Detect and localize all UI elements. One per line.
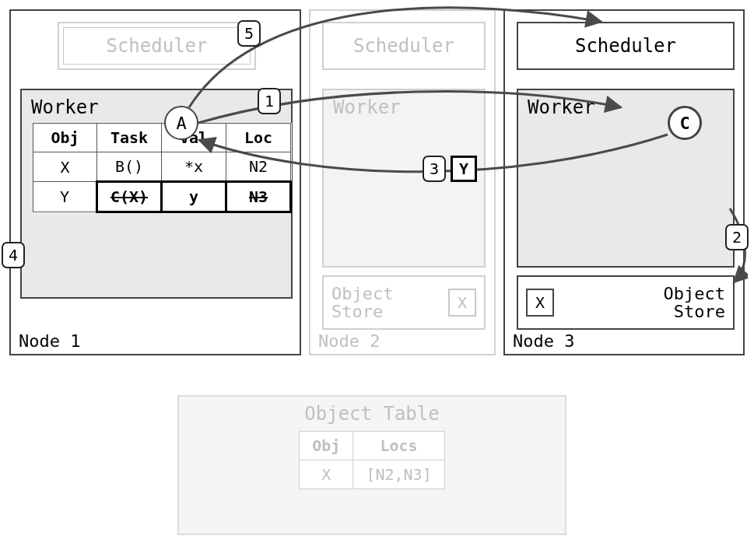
table-row: X [N2,N3] bbox=[300, 460, 444, 489]
global-object-table: Object Table Obj Locs X [N2,N3] bbox=[177, 395, 566, 535]
cell-loc: N2 bbox=[226, 152, 291, 182]
cell-obj: X bbox=[300, 460, 353, 489]
step-badge-1: 1 bbox=[258, 88, 281, 114]
object-store-label: Object Store bbox=[664, 285, 725, 320]
scheduler-label: Scheduler bbox=[353, 37, 454, 55]
node-1-local-table: Obj Task Val Loc X B() *x N2 Y C(X) y N3 bbox=[33, 123, 292, 213]
x-chip: X bbox=[526, 289, 554, 317]
task-circle-a: A bbox=[164, 106, 198, 140]
node-3: Scheduler Worker X Object Store Node 3 bbox=[503, 9, 745, 355]
cell-obj: X bbox=[33, 152, 97, 182]
col-locs: Locs bbox=[353, 432, 444, 460]
node-1-label: Node 1 bbox=[19, 331, 80, 351]
task-circle-label: A bbox=[176, 114, 186, 133]
col-loc: Loc bbox=[226, 124, 291, 152]
col-task: Task bbox=[97, 124, 162, 152]
scheduler-label: Scheduler bbox=[575, 37, 676, 55]
scheduler-label: Scheduler bbox=[106, 37, 207, 55]
step-badge-3: 3 bbox=[423, 156, 446, 182]
col-obj: Obj bbox=[33, 124, 97, 152]
cell-task: C(X) bbox=[97, 182, 162, 212]
global-object-table-title: Object Table bbox=[187, 403, 557, 425]
step-badge-2: 2 bbox=[725, 224, 749, 250]
cell-locs: [N2,N3] bbox=[353, 460, 444, 489]
node-2: Scheduler Worker Object Store X Node 2 bbox=[309, 9, 496, 355]
node-2-scheduler: Scheduler bbox=[322, 22, 486, 70]
node-1: Scheduler Worker Obj Task Val Loc X B() … bbox=[9, 9, 301, 355]
worker-label: Worker bbox=[31, 96, 283, 118]
cell-task: B() bbox=[97, 152, 162, 182]
node-3-worker: Worker bbox=[517, 89, 735, 268]
step-badge-5: 5 bbox=[237, 20, 261, 47]
node-2-object-store: Object Store X bbox=[322, 275, 486, 330]
y-transfer-chip: Y bbox=[451, 156, 477, 182]
cell-obj: Y bbox=[33, 182, 97, 212]
object-store-label: Object Store bbox=[331, 285, 393, 320]
node-2-label: Node 2 bbox=[318, 331, 380, 351]
node-3-label: Node 3 bbox=[513, 331, 574, 351]
cell-val: *x bbox=[162, 152, 226, 182]
task-circle-label: C bbox=[679, 114, 689, 133]
cell-val: y bbox=[162, 182, 226, 212]
cell-loc: N3 bbox=[226, 182, 291, 212]
step-badge-4: 4 bbox=[2, 242, 25, 268]
table-row: X B() *x N2 bbox=[33, 152, 291, 182]
col-obj: Obj bbox=[300, 432, 353, 460]
table-row: Y C(X) y N3 bbox=[33, 182, 291, 212]
node-3-object-store: X Object Store bbox=[517, 275, 735, 330]
global-object-table-grid: Obj Locs X [N2,N3] bbox=[299, 431, 444, 489]
x-chip: X bbox=[448, 289, 476, 317]
node-1-scheduler: Scheduler bbox=[58, 22, 256, 70]
diagram-stage: Scheduler Worker Obj Task Val Loc X B() … bbox=[6, 6, 748, 554]
task-circle-c: C bbox=[668, 106, 702, 140]
node-1-worker: Worker Obj Task Val Loc X B() *x N2 Y C(… bbox=[20, 89, 293, 299]
node-3-scheduler: Scheduler bbox=[517, 22, 735, 70]
worker-label: Worker bbox=[333, 96, 476, 118]
